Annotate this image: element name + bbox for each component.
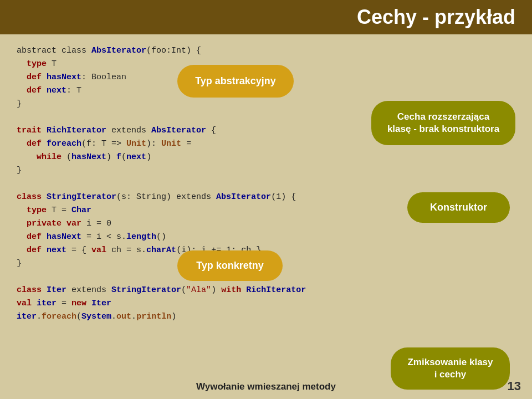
code-line-20: val iter = new Iter	[17, 297, 515, 310]
code-line-10: }	[17, 164, 515, 177]
code-line-19: class Iter extends StringIterator("Ala")…	[17, 284, 515, 297]
slide-number: 13	[508, 379, 521, 393]
bubble-typ-abstrakcyjny: Typ abstrakcyjny	[177, 65, 294, 98]
code-line-1: abstract class AbsIterator(foo:Int) {	[17, 44, 515, 58]
bottom-label: Wywołanie wmieszanej metody	[196, 381, 336, 392]
slide-title: Cechy - przykład	[357, 6, 515, 29]
bubble-konstruktor: Konstruktor	[407, 192, 510, 223]
code-line-15: def hasNext = i < s.length()	[17, 231, 515, 244]
bubble-typ-konkretny: Typ konkretny	[177, 250, 283, 281]
code-line-21: iter.foreach(System.out.println)	[17, 310, 515, 324]
slide-content: abstract class AbsIterator(foo:Int) { ty…	[0, 34, 532, 329]
code-line-9: while (hasNext) f(next)	[17, 151, 515, 164]
bubble-zmiksowanie: Zmiksowanie klasy i cechy	[391, 347, 510, 390]
bubble-cecha: Cecha rozszerzająca klasę - brak konstru…	[371, 101, 515, 145]
code-line-11	[17, 177, 515, 191]
slide-header: Cechy - przykład	[0, 0, 532, 34]
